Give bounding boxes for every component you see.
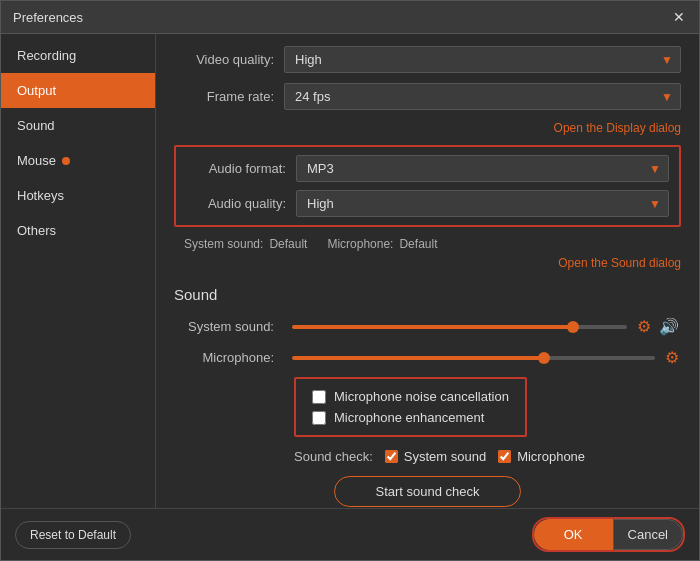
sidebar-item-recording-label: Recording <box>17 48 76 63</box>
open-display-dialog-link[interactable]: Open the Display dialog <box>554 121 681 135</box>
sidebar-item-mouse-label: Mouse <box>17 153 56 168</box>
noise-cancellation-row: Microphone noise cancellation <box>312 389 509 404</box>
noise-cancellation-checkbox[interactable] <box>312 390 326 404</box>
microphone-slider[interactable] <box>292 356 655 360</box>
bottom-bar: Reset to Default OK Cancel <box>1 508 699 560</box>
sidebar-item-output-label: Output <box>17 83 56 98</box>
microphone-settings-icon[interactable]: ⚙ <box>663 346 681 369</box>
system-sound-check-checkbox[interactable] <box>385 450 398 463</box>
sidebar-item-others[interactable]: Others <box>1 213 155 248</box>
audio-quality-label: Audio quality: <box>186 196 296 211</box>
main-content: Recording Output Sound Mouse Hotkeys Oth… <box>1 34 699 508</box>
enhancement-checkbox[interactable] <box>312 411 326 425</box>
content-area: Video quality: High Medium Low ▼ Frame r… <box>156 34 699 508</box>
titlebar: Preferences ✕ <box>1 1 699 34</box>
sound-dialog-row: Open the Sound dialog <box>174 255 681 270</box>
ok-cancel-box: OK Cancel <box>532 517 685 552</box>
ok-button[interactable]: OK <box>534 519 613 550</box>
microphone-options-box: Microphone noise cancellation Microphone… <box>294 377 527 437</box>
frame-rate-select-wrapper: 24 fps 30 fps 60 fps ▼ <box>284 83 681 110</box>
video-quality-label: Video quality: <box>174 52 284 67</box>
microphone-info-label: Microphone: <box>327 237 393 251</box>
window-title: Preferences <box>13 10 83 25</box>
system-sound-settings-icon[interactable]: ⚙ <box>635 315 653 338</box>
close-button[interactable]: ✕ <box>671 9 687 25</box>
frame-rate-label: Frame rate: <box>174 89 284 104</box>
enhancement-label: Microphone enhancement <box>334 410 484 425</box>
mouse-notification-dot <box>62 157 70 165</box>
start-sound-check-container: Start sound check <box>174 476 681 507</box>
reset-to-default-button[interactable]: Reset to Default <box>15 521 131 549</box>
microphone-slider-row: Microphone: ⚙ <box>174 346 681 369</box>
microphone-info-value: Default <box>399 237 437 251</box>
sidebar-item-sound-label: Sound <box>17 118 55 133</box>
video-quality-row: Video quality: High Medium Low ▼ <box>174 46 681 73</box>
sound-info-row: System sound: Default Microphone: Defaul… <box>174 237 681 251</box>
system-sound-slider-row: System sound: ⚙ 🔊 <box>174 315 681 338</box>
audio-format-select[interactable]: MP3 AAC WAV <box>296 155 669 182</box>
system-sound-check-item: System sound <box>385 449 486 464</box>
audio-format-row: Audio format: MP3 AAC WAV ▼ <box>186 155 669 182</box>
system-sound-info: System sound: Default <box>184 237 307 251</box>
frame-rate-row: Frame rate: 24 fps 30 fps 60 fps ▼ <box>174 83 681 110</box>
microphone-check-item: Microphone <box>498 449 585 464</box>
microphone-icons: ⚙ <box>663 346 681 369</box>
audio-format-select-wrapper: MP3 AAC WAV ▼ <box>296 155 669 182</box>
sidebar-item-output[interactable]: Output <box>1 73 155 108</box>
microphone-check-label: Microphone <box>517 449 585 464</box>
enhancement-row: Microphone enhancement <box>312 410 509 425</box>
audio-quality-select-wrapper: High Medium Low ▼ <box>296 190 669 217</box>
system-sound-slider-container <box>292 325 627 329</box>
audio-format-label: Audio format: <box>186 161 296 176</box>
audio-quality-select[interactable]: High Medium Low <box>296 190 669 217</box>
microphone-slider-container <box>292 356 655 360</box>
microphone-check-checkbox[interactable] <box>498 450 511 463</box>
system-sound-slider[interactable] <box>292 325 627 329</box>
dialog-buttons: OK Cancel <box>532 517 685 552</box>
display-dialog-row: Open the Display dialog <box>174 120 681 135</box>
sidebar-item-mouse[interactable]: Mouse <box>1 143 155 178</box>
microphone-slider-label: Microphone: <box>174 350 284 365</box>
sidebar-item-sound[interactable]: Sound <box>1 108 155 143</box>
system-sound-volume-icon[interactable]: 🔊 <box>657 315 681 338</box>
audio-settings-box: Audio format: MP3 AAC WAV ▼ Audio qualit… <box>174 145 681 227</box>
system-sound-slider-label: System sound: <box>174 319 284 334</box>
noise-cancellation-label: Microphone noise cancellation <box>334 389 509 404</box>
system-sound-check-label: System sound <box>404 449 486 464</box>
audio-quality-row: Audio quality: High Medium Low ▼ <box>186 190 669 217</box>
sidebar-item-hotkeys-label: Hotkeys <box>17 188 64 203</box>
sidebar-item-hotkeys[interactable]: Hotkeys <box>1 178 155 213</box>
video-quality-select[interactable]: High Medium Low <box>284 46 681 73</box>
sound-check-label: Sound check: <box>294 449 373 464</box>
system-sound-info-value: Default <box>269 237 307 251</box>
sound-check-row: Sound check: System sound Microphone <box>174 449 681 464</box>
preferences-window: Preferences ✕ Recording Output Sound Mou… <box>0 0 700 561</box>
sidebar-item-recording[interactable]: Recording <box>1 38 155 73</box>
sound-section-title: Sound <box>174 286 681 303</box>
microphone-info: Microphone: Default <box>327 237 437 251</box>
system-sound-info-label: System sound: <box>184 237 263 251</box>
video-quality-select-wrapper: High Medium Low ▼ <box>284 46 681 73</box>
open-sound-dialog-link[interactable]: Open the Sound dialog <box>558 256 681 270</box>
cancel-button[interactable]: Cancel <box>613 519 683 550</box>
frame-rate-select[interactable]: 24 fps 30 fps 60 fps <box>284 83 681 110</box>
system-sound-icons: ⚙ 🔊 <box>635 315 681 338</box>
sidebar: Recording Output Sound Mouse Hotkeys Oth… <box>1 34 156 508</box>
start-sound-check-button[interactable]: Start sound check <box>334 476 520 507</box>
sidebar-item-others-label: Others <box>17 223 56 238</box>
